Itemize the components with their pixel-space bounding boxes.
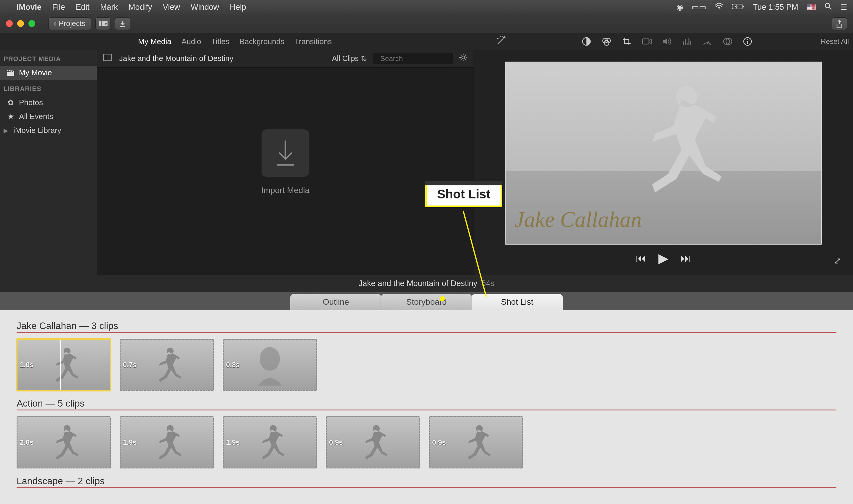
tab-shot-list[interactable]: Shot List <box>471 294 563 310</box>
preview-viewer: Jake Callahan ⏮ ▶ ⏭ ⤢ <box>474 50 853 275</box>
browser-settings-icon[interactable] <box>459 53 468 64</box>
tab-outline[interactable]: Outline <box>290 294 382 310</box>
star-icon: ★ <box>6 112 15 121</box>
stabilization-icon[interactable] <box>642 36 652 47</box>
shot-section-title: Jake Callahan — 3 clips <box>17 320 836 333</box>
clips-filter-dropdown[interactable]: All Clips ⇅ <box>332 54 367 63</box>
control-center-icon[interactable]: ☰ <box>840 3 847 12</box>
menu-view[interactable]: View <box>163 3 180 12</box>
clip-row: 2.0s1.9s1.9s0.9s0.9s <box>17 416 836 468</box>
menu-help[interactable]: Help <box>230 3 246 12</box>
noise-reduction-icon[interactable] <box>682 36 692 47</box>
tab-transitions[interactable]: Transitions <box>295 37 332 46</box>
sidebar-item-all-events[interactable]: ★ All Events <box>0 110 97 124</box>
clip-filter-icon[interactable] <box>723 36 732 47</box>
tab-backgrounds[interactable]: Backgrounds <box>239 37 284 46</box>
projects-label: Projects <box>59 19 85 28</box>
shot-section-title: Landscape — 2 clips <box>17 475 836 488</box>
app-name-menu[interactable]: iMovie <box>17 3 41 12</box>
speed-icon[interactable] <box>702 36 712 47</box>
import-media-dropzone[interactable]: Import Media <box>261 129 309 195</box>
menu-modify[interactable]: Modify <box>128 3 152 12</box>
svg-point-0 <box>719 8 720 9</box>
shot-section-title: Action — 5 clips <box>17 398 836 410</box>
play-button[interactable]: ▶ <box>658 251 669 266</box>
menu-clock[interactable]: Tue 1:55 PM <box>752 3 798 12</box>
tab-my-media[interactable]: My Media <box>138 37 172 46</box>
fullscreen-icon[interactable]: ⤢ <box>834 255 841 266</box>
menu-window[interactable]: Window <box>191 3 219 12</box>
search-field[interactable] <box>373 53 453 64</box>
svg-rect-17 <box>747 41 748 44</box>
preview-canvas[interactable]: Jake Callahan <box>505 61 822 245</box>
wifi-icon[interactable] <box>715 3 724 12</box>
info-icon[interactable] <box>743 36 752 47</box>
menu-mark[interactable]: Mark <box>100 3 118 12</box>
photos-flower-icon: ✿ <box>6 98 15 107</box>
color-balance-icon[interactable] <box>581 36 591 47</box>
reset-all-button[interactable]: Reset All <box>821 37 849 46</box>
library-layout-button[interactable] <box>95 17 111 30</box>
clip-duration: 0.9s <box>329 438 343 447</box>
menu-file[interactable]: File <box>52 3 65 12</box>
magic-wand-icon[interactable] <box>496 36 506 48</box>
shot-clip[interactable]: 0.9s <box>429 416 523 468</box>
screen-record-icon[interactable]: ◉ <box>676 3 683 12</box>
tab-storyboard[interactable]: Storyboard <box>380 294 473 310</box>
next-frame-button[interactable]: ⏭ <box>680 252 691 265</box>
chevron-left-icon: ‹ <box>54 19 56 28</box>
shot-clip[interactable]: 2.0s <box>17 416 111 468</box>
battery-icon[interactable] <box>732 3 744 12</box>
shot-clip[interactable]: 1.9s <box>120 416 214 468</box>
import-arrow-icon <box>262 129 309 177</box>
clapperboard-icon <box>6 70 15 76</box>
shot-clip[interactable]: 1.0s <box>17 339 111 391</box>
timeline-header: Jake and the Mountain of Destiny 54s <box>0 275 853 292</box>
flag-us-icon[interactable]: 🇺🇸 <box>806 3 816 12</box>
svg-point-3 <box>825 3 830 8</box>
tab-titles[interactable]: Titles <box>211 37 229 46</box>
sidebar-all-events-label: All Events <box>19 112 53 121</box>
window-close-button[interactable] <box>6 20 13 27</box>
shot-clip[interactable]: 1.9s <box>223 416 317 468</box>
sidebar-item-imovie-library[interactable]: ▶ iMovie Library <box>0 124 97 138</box>
window-minimize-button[interactable] <box>17 20 24 27</box>
title-card-text: Jake Callahan <box>514 207 642 232</box>
color-correction-icon[interactable] <box>602 36 611 47</box>
disclosure-triangle-icon[interactable]: ▶ <box>3 127 8 134</box>
clip-duration: 0.7s <box>123 361 137 369</box>
window-toolbar: ‹ Projects <box>0 14 853 33</box>
media-and-adjust-row: My Media Audio Titles Backgrounds Transi… <box>0 33 853 50</box>
shot-clip[interactable]: 0.9s <box>326 416 420 468</box>
svg-rect-2 <box>743 6 744 7</box>
dock-icon[interactable]: ▭▭ <box>692 3 706 12</box>
tab-audio[interactable]: Audio <box>181 37 201 46</box>
prev-frame-button[interactable]: ⏮ <box>636 252 646 265</box>
menu-edit[interactable]: Edit <box>76 3 90 12</box>
sidebar-item-my-movie[interactable]: My Movie <box>0 66 97 80</box>
sidebar-toggle-icon[interactable] <box>103 54 113 63</box>
crop-icon[interactable] <box>622 36 632 47</box>
shot-clip[interactable]: 0.7s <box>120 339 214 391</box>
playback-controls: ⏮ ▶ ⏭ <box>474 251 853 266</box>
projects-back-button[interactable]: ‹ Projects <box>48 17 91 30</box>
callout-label: Shot List <box>425 181 502 207</box>
clips-filter-label: All Clips <box>332 54 359 62</box>
volume-icon[interactable] <box>662 36 672 47</box>
import-button[interactable] <box>115 17 130 30</box>
shot-list-panel[interactable]: Jake Callahan — 3 clips1.0s0.7s0.8sActio… <box>0 310 853 504</box>
browser-header: Jake and the Mountain of Destiny All Cli… <box>97 50 474 68</box>
share-button[interactable] <box>832 17 847 30</box>
window-zoom-button[interactable] <box>29 20 35 27</box>
search-input[interactable] <box>380 54 469 63</box>
clip-duration: 1.9s <box>123 438 137 447</box>
browser-title: Jake and the Mountain of Destiny <box>119 54 233 63</box>
svg-rect-18 <box>7 72 14 76</box>
clip-row: 1.0s0.7s0.8s <box>17 339 836 391</box>
macos-menu-bar: iMovie File Edit Mark Modify View Window… <box>0 0 853 14</box>
spotlight-icon[interactable] <box>824 2 832 12</box>
import-media-label: Import Media <box>261 186 309 195</box>
sidebar-item-photos[interactable]: ✿ Photos <box>0 96 97 110</box>
running-man-icon <box>623 74 729 204</box>
shot-clip[interactable]: 0.8s <box>223 339 317 391</box>
